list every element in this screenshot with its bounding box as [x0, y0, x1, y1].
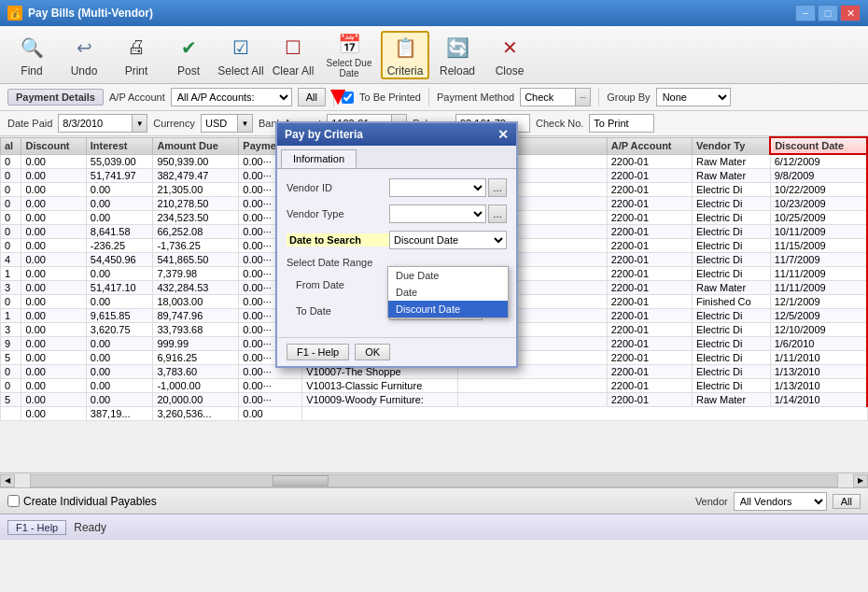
dialog-title: Pay by Criteria: [285, 128, 363, 141]
dropdown-due-date[interactable]: Due Date: [388, 267, 508, 284]
to-date-label: To Date: [287, 305, 389, 317]
vendor-id-select[interactable]: [389, 178, 486, 197]
dialog-f1-help-button[interactable]: F1 - Help: [287, 344, 349, 360]
date-search-dropdown-popup: Due Date Date Discount Date: [387, 266, 509, 318]
dropdown-discount-date[interactable]: Discount Date: [388, 301, 508, 317]
vendor-id-browse[interactable]: …: [488, 178, 507, 197]
vendor-type-browse[interactable]: …: [488, 204, 507, 223]
select-date-range-label: Select Date Range: [287, 257, 389, 268]
dropdown-date[interactable]: Date: [388, 284, 508, 301]
dialog-ok-button[interactable]: OK: [355, 344, 390, 360]
dialog-overlay: Pay by Criteria ✕ Information Vendor ID …: [0, 0, 868, 592]
dialog-close-button[interactable]: ✕: [497, 127, 509, 142]
dialog-footer: F1 - Help OK: [277, 337, 516, 366]
vendor-type-label: Vendor Type: [287, 208, 389, 219]
vendor-id-label: Vendor ID: [287, 182, 389, 193]
vendor-type-select[interactable]: [389, 204, 486, 223]
vendor-type-row: Vendor Type …: [287, 204, 507, 223]
date-to-search-select[interactable]: Due Date Date Discount Date: [389, 231, 507, 249]
dialog-tabs: Information: [277, 146, 516, 169]
pay-by-criteria-dialog: Pay by Criteria ✕ Information Vendor ID …: [275, 121, 518, 368]
from-date-label: From Date: [287, 279, 389, 290]
dialog-titlebar: Pay by Criteria ✕: [277, 123, 516, 146]
date-to-search-label: Date to Search: [287, 233, 389, 247]
vendor-id-row: Vendor ID …: [287, 178, 507, 197]
date-search-dropdown-wrap: Due Date Date Discount Date: [389, 231, 507, 249]
date-to-search-row: Date to Search Due Date Date Discount Da…: [287, 231, 507, 249]
dialog-tab-information[interactable]: Information: [281, 149, 357, 168]
